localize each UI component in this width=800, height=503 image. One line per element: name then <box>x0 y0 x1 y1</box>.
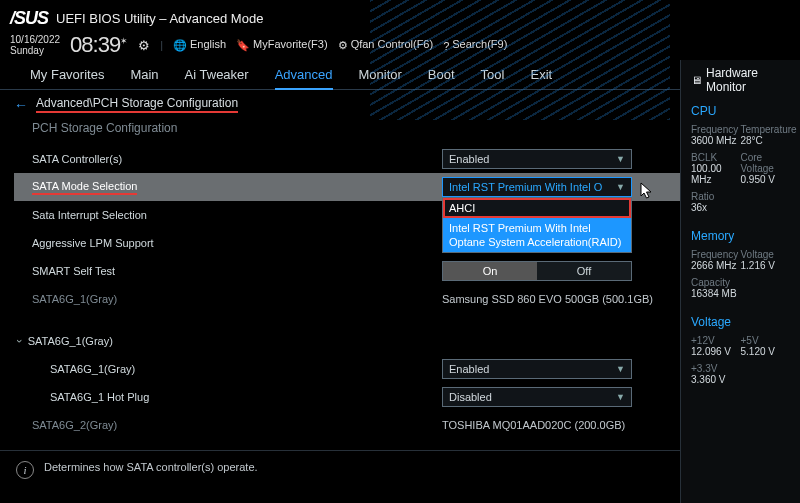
sata-mode-label: SATA Mode Selection <box>32 180 137 195</box>
chevron-down-icon: ▼ <box>616 388 625 406</box>
toggle-on[interactable]: On <box>443 262 537 280</box>
hotplug-label: SATA6G_1 Hot Plug <box>50 391 442 403</box>
port2-device: TOSHIBA MQ01AAD020C (200.0GB) <box>442 419 625 431</box>
tab-aitweaker[interactable]: Ai Tweaker <box>185 67 249 82</box>
tab-boot[interactable]: Boot <box>428 67 455 82</box>
brand-logo: /SUS <box>10 8 48 29</box>
gear-icon[interactable]: ⚙ <box>138 38 150 53</box>
tab-main[interactable]: Main <box>130 67 158 82</box>
sata-interrupt-label: Sata Interrupt Selection <box>32 209 442 221</box>
option-rst[interactable]: Intel RST Premium With Intel Optane Syst… <box>443 218 631 252</box>
help-bar: i Determines how SATA controller(s) oper… <box>0 450 680 503</box>
smart-selftest-label: SMART Self Test <box>32 265 442 277</box>
info-icon: i <box>16 461 34 479</box>
tab-monitor[interactable]: Monitor <box>359 67 402 82</box>
qfan-button[interactable]: Qfan Control(F6) <box>338 38 434 52</box>
clock: 08:39✶ <box>70 32 128 58</box>
sata-mode-menu: AHCI Intel RST Premium With Intel Optane… <box>442 197 632 253</box>
sata-mode-dropdown[interactable]: Intel RST Premium With Intel O▼ <box>442 177 632 197</box>
chevron-down-icon: ▼ <box>616 178 625 196</box>
myfavorite-button[interactable]: MyFavorite(F3) <box>236 38 328 52</box>
hw-cpu-heading: CPU <box>691 104 790 118</box>
hardware-monitor-panel: Hardware Monitor CPU Frequency3600 MHz T… <box>680 60 800 503</box>
language-selector[interactable]: English <box>173 38 226 52</box>
page-title: UEFI BIOS Utility – Advanced Mode <box>56 11 263 26</box>
section-heading: PCH Storage Configuration <box>32 121 666 135</box>
port2-label: SATA6G_2(Gray) <box>32 419 442 431</box>
hotplug-dropdown[interactable]: Disabled▼ <box>442 387 632 407</box>
option-ahci[interactable]: AHCI <box>443 198 631 218</box>
back-icon[interactable]: ← <box>14 97 28 113</box>
hw-memory-heading: Memory <box>691 229 790 243</box>
sub-port-label: SATA6G_1(Gray) <box>50 363 442 375</box>
tab-advanced[interactable]: Advanced <box>275 67 333 90</box>
date-text: 10/16/2022 <box>10 34 60 45</box>
help-text: Determines how SATA controller(s) operat… <box>44 461 258 473</box>
port0-label: SATA6G_1(Gray) <box>32 293 442 305</box>
port1-expander[interactable]: SATA6G_1(Gray) <box>32 335 442 347</box>
tab-myfavorites[interactable]: My Favorites <box>30 67 104 82</box>
search-button[interactable]: Search(F9) <box>443 38 507 51</box>
breadcrumb[interactable]: ← Advanced\PCH Storage Configuration <box>14 96 666 113</box>
sata-controllers-dropdown[interactable]: Enabled▼ <box>442 149 632 169</box>
breadcrumb-path: Advanced\PCH Storage Configuration <box>36 96 238 113</box>
sub-port-dropdown[interactable]: Enabled▼ <box>442 359 632 379</box>
chevron-down-icon: ▼ <box>616 360 625 378</box>
tab-exit[interactable]: Exit <box>530 67 552 82</box>
hw-title: Hardware Monitor <box>691 66 790 94</box>
hw-voltage-heading: Voltage <box>691 315 790 329</box>
toggle-off[interactable]: Off <box>537 262 631 280</box>
tab-tool[interactable]: Tool <box>481 67 505 82</box>
sata-controllers-label: SATA Controller(s) <box>32 153 442 165</box>
smart-selftest-toggle[interactable]: On Off <box>442 261 632 281</box>
aggressive-lpm-label: Aggressive LPM Support <box>32 237 442 249</box>
day-text: Sunday <box>10 45 60 56</box>
mouse-cursor-icon <box>640 182 654 200</box>
port0-device: Samsung SSD 860 EVO 500GB (500.1GB) <box>442 293 653 305</box>
chevron-down-icon: ▼ <box>616 150 625 168</box>
